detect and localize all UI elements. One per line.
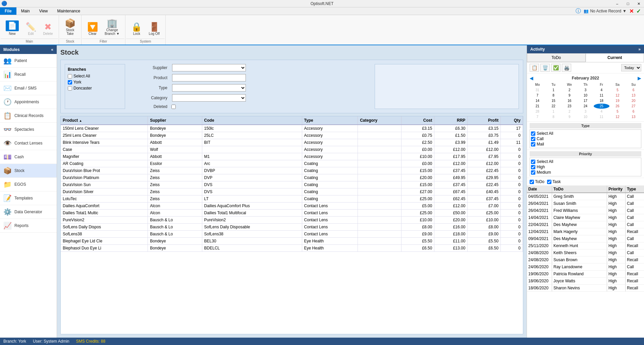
- cal-prev-button[interactable]: ◀: [530, 75, 533, 81]
- list-item[interactable]: 22/04/2021 Des Mayhew High Call: [527, 221, 644, 228]
- col-header-type[interactable]: Type: [302, 116, 358, 125]
- close-button[interactable]: ✕: [633, 0, 644, 7]
- sidebar-item-appointments[interactable]: 🕐 Appointments: [0, 95, 57, 109]
- cal-day[interactable]: 22: [546, 104, 561, 109]
- table-row[interactable]: DuraVision Platinum Zeiss DVP Coating £2…: [61, 174, 523, 181]
- table-row[interactable]: 150ml Lens Cleaner Bondeye 150lc Accesso…: [61, 125, 523, 132]
- log-off-button[interactable]: 🚪 Log Off: [146, 21, 163, 37]
- table-row[interactable]: PureVision2 Bausch & Lo PureVision2 Cont…: [61, 217, 523, 224]
- sidebar-item-clinical-records[interactable]: 📋 Clinical Records: [0, 109, 57, 123]
- list-item[interactable]: 24/08/2020 Keith Sheers High Call: [527, 249, 644, 256]
- cal-day[interactable]: 2: [561, 88, 577, 93]
- col-header-supplier[interactable]: Supplier: [148, 116, 202, 125]
- category-select[interactable]: [172, 94, 246, 102]
- sidebar-item-patient[interactable]: 👥 Patient: [0, 54, 57, 68]
- table-row[interactable]: AR Coating Essilor Arc Coating £0.00 £12…: [61, 160, 523, 167]
- close-record-icon[interactable]: ✕: [629, 8, 634, 14]
- cal-day[interactable]: 13: [626, 114, 641, 119]
- tab-todo[interactable]: ToDo: [527, 53, 586, 62]
- table-row[interactable]: Case Wolf Accessory £0.00 £12.00 £12.00 …: [61, 146, 523, 153]
- list-item[interactable]: 24/06/2020 Ray Lansdowne High Call: [527, 264, 644, 271]
- priority-high-checkbox[interactable]: [531, 165, 535, 169]
- cal-day[interactable]: 26: [610, 104, 626, 109]
- sidebar-item-reports[interactable]: 📈 Reports: [0, 219, 57, 233]
- cal-day[interactable]: 7: [530, 114, 545, 119]
- col-header-code[interactable]: Code: [202, 116, 302, 125]
- branch-select-all-checkbox[interactable]: [68, 74, 72, 78]
- table-row[interactable]: DuraVision Blue Prot Zeiss DVBP Coating …: [61, 167, 523, 174]
- priority-medium-checkbox[interactable]: [531, 170, 535, 175]
- cal-day[interactable]: 4: [594, 109, 609, 114]
- lock-button[interactable]: 🔒 Lock: [128, 21, 145, 37]
- table-row[interactable]: Dailies Total1 Multic Alcon Dailies Tota…: [61, 210, 523, 217]
- col-header-product[interactable]: Product ▲: [61, 116, 148, 125]
- cal-day[interactable]: 12: [610, 93, 626, 98]
- restore-button[interactable]: □: [623, 0, 633, 7]
- table-row[interactable]: Blink Intensive Tears Abbott BIT Accesso…: [61, 139, 523, 146]
- cal-day[interactable]: 14: [530, 98, 545, 103]
- delete-todo-button[interactable]: 🗑️: [540, 64, 550, 72]
- type-select[interactable]: [172, 84, 246, 92]
- expand-icon[interactable]: »: [638, 47, 641, 52]
- cal-day[interactable]: 3: [578, 88, 593, 93]
- branch-york-checkbox[interactable]: [68, 80, 72, 84]
- cal-day[interactable]: 11: [594, 93, 609, 98]
- cal-day[interactable]: 1: [546, 109, 561, 114]
- cal-day[interactable]: 31: [530, 88, 545, 93]
- todo-filter-checkbox[interactable]: [530, 180, 534, 184]
- col-header-rrp[interactable]: RRP: [434, 116, 468, 125]
- sidebar-item-egos[interactable]: 📁 EGOS: [0, 178, 57, 191]
- col-header-profit[interactable]: Profit: [468, 116, 501, 125]
- list-item[interactable]: 18/06/2020 Sharon Nevins High Recall: [527, 285, 644, 292]
- col-header-qty[interactable]: Qty: [501, 116, 523, 125]
- cal-day[interactable]: 3: [578, 109, 593, 114]
- list-item[interactable]: 26/04/2021 Fred Williams High Call: [527, 207, 644, 214]
- list-item[interactable]: 26/04/2021 Susan Smith High Call: [527, 200, 644, 207]
- collapse-icon[interactable]: «: [51, 47, 53, 52]
- change-branch-button[interactable]: 🏢 ChangeBranch ▼: [102, 17, 122, 37]
- new-todo-button[interactable]: 📋: [530, 64, 539, 72]
- list-item[interactable]: 04/05/2021 Greg Smith High Call: [527, 193, 644, 200]
- table-row[interactable]: LotuTec Zeiss LT Coating £25.00 £62.45 £…: [61, 195, 523, 203]
- cal-day[interactable]: 17: [578, 98, 593, 103]
- print-button[interactable]: 🖨️: [562, 64, 571, 72]
- table-row[interactable]: 25ml Lens Cleaner Bondeye 25LC Accessory…: [61, 132, 523, 139]
- cal-day[interactable]: 1: [546, 88, 561, 93]
- type-mail-checkbox[interactable]: [531, 142, 535, 147]
- type-select-all-checkbox[interactable]: [531, 131, 535, 136]
- sidebar-item-data-generator[interactable]: ⚙️ Data Generator: [0, 205, 57, 219]
- cal-day[interactable]: 8: [546, 114, 561, 119]
- cal-day[interactable]: 2: [561, 109, 577, 114]
- cal-day[interactable]: 19: [610, 98, 626, 103]
- table-row[interactable]: SofLens38 Bausch & Lo SofLens38 Contact …: [61, 231, 523, 238]
- cal-day[interactable]: 8: [546, 93, 561, 98]
- cal-day[interactable]: 5: [610, 88, 626, 93]
- new-button[interactable]: 📄 New: [3, 19, 22, 37]
- priority-select-all-checkbox[interactable]: [531, 160, 535, 164]
- sidebar-item-templates[interactable]: 📝 Templates: [0, 191, 57, 205]
- sidebar-item-cash[interactable]: 💷 Cash: [0, 150, 57, 164]
- cal-day[interactable]: 23: [561, 104, 577, 109]
- cal-day[interactable]: 9: [561, 93, 577, 98]
- table-row[interactable]: DuraVision Silver Zeiss DVS Coating £27.…: [61, 188, 523, 195]
- cal-day[interactable]: 15: [546, 98, 561, 103]
- sidebar-item-email-sms[interactable]: ✉️ Email / SMS: [0, 81, 57, 95]
- cal-day[interactable]: 13: [626, 93, 641, 98]
- cal-day[interactable]: 12: [610, 114, 626, 119]
- table-row[interactable]: Magnifier Abbott M1 Accessory £10.00 £17…: [61, 153, 523, 160]
- list-item[interactable]: 12/04/2021 Mark Hagerty High Recall: [527, 228, 644, 235]
- cal-day[interactable]: 21: [530, 104, 545, 109]
- type-call-checkbox[interactable]: [531, 137, 535, 141]
- cal-day[interactable]: 28: [530, 109, 545, 114]
- list-item[interactable]: 24/08/2020 Susan Brown High Recall: [527, 256, 644, 264]
- list-item[interactable]: 19/06/2020 Patricia Rowland High Recall: [527, 271, 644, 278]
- table-row[interactable]: DuraVision Sun Zeiss DVS Coating £15.00 …: [61, 181, 523, 188]
- cal-day[interactable]: 11: [594, 114, 609, 119]
- cal-next-button[interactable]: ▶: [638, 75, 641, 81]
- cal-day[interactable]: 4: [594, 88, 609, 93]
- deleted-checkbox[interactable]: [171, 105, 176, 109]
- sidebar-item-contact-lenses[interactable]: 👁️ Contact Lenses: [0, 136, 57, 150]
- list-item[interactable]: 25/11/2020 Kenneth Hunt High Recall: [527, 242, 644, 249]
- cal-day[interactable]: 24: [578, 104, 593, 109]
- supplier-select[interactable]: [172, 64, 246, 71]
